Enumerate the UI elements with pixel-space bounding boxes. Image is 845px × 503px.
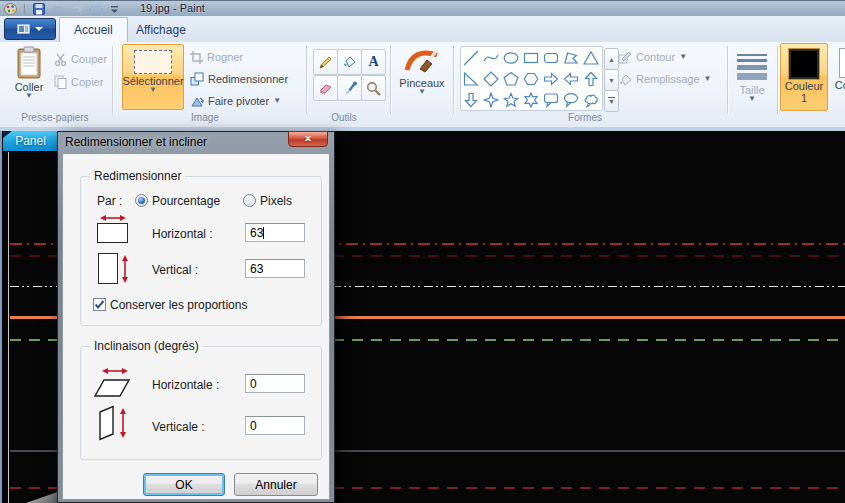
horizontal-skew-field[interactable]: 0: [245, 374, 305, 393]
text-caret: [263, 227, 264, 239]
horizontal-resize-field[interactable]: 63: [245, 223, 305, 242]
pencil-tool-button[interactable]: [313, 49, 338, 75]
eraser-icon: [318, 82, 333, 95]
panel-corner-triangle: [3, 131, 12, 138]
shapes-scroll-down-button[interactable]: ▼: [604, 69, 619, 91]
shape-star-6[interactable]: [521, 89, 541, 110]
shape-right-triangle[interactable]: [461, 68, 481, 89]
group-separator: [777, 46, 778, 114]
group-separator: [390, 46, 391, 114]
outline-pen-icon: [618, 51, 632, 64]
shape-ellipse[interactable]: [501, 47, 521, 68]
shape-diamond[interactable]: [481, 68, 501, 89]
chevron-down-icon: ▼: [149, 87, 157, 93]
shape-star-5[interactable]: [501, 89, 521, 110]
triangle-down-bar-icon: ▼: [608, 97, 615, 105]
group-separator: [453, 46, 454, 114]
copy-icon: [54, 75, 67, 89]
shapes-grid: [460, 46, 603, 111]
shape-arrow-left[interactable]: [561, 68, 581, 89]
chevron-down-icon: [35, 27, 43, 31]
undo-icon[interactable]: [50, 2, 65, 16]
fill-shape-button[interactable]: Remplissage ▼: [618, 70, 712, 88]
tab-affichage[interactable]: Affichage: [122, 17, 200, 42]
vertical-skew-label: Verticale :: [152, 420, 205, 434]
horizontal-skew-parallelogram-icon: [93, 376, 131, 398]
radio-pixels[interactable]: [243, 194, 256, 207]
text-tool-button[interactable]: A: [361, 49, 386, 75]
shapes-more-button[interactable]: ▼: [604, 90, 619, 112]
resize-label: Redimensionner: [208, 73, 288, 85]
shapes-scroll-up-button[interactable]: ▲: [604, 48, 619, 70]
by-label: Par :: [97, 194, 122, 208]
shape-curve[interactable]: [481, 47, 501, 68]
free-select-icon[interactable]: [88, 2, 103, 16]
shape-arrow-right[interactable]: [541, 68, 561, 89]
fill-bucket-icon: [342, 55, 357, 69]
shape-star-4[interactable]: [481, 89, 501, 110]
shape-callout-oval[interactable]: [561, 89, 581, 110]
select-button[interactable]: Sélectionner ▼: [122, 44, 184, 110]
ok-button[interactable]: OK: [143, 473, 225, 496]
shape-arrow-up[interactable]: [581, 68, 601, 89]
shape-callout-rounded[interactable]: [541, 89, 561, 110]
color2-button[interactable]: Couleur 2: [830, 43, 845, 111]
paint-window: 19.jpg - Paint Accueil Affichage Coller …: [0, 0, 845, 503]
rotate-button[interactable]: Faire pivoter ▼: [190, 92, 281, 110]
window-title: 19.jpg - Paint: [140, 2, 205, 14]
size-button[interactable]: Taille ▼: [730, 44, 774, 110]
cut-button[interactable]: Couper: [54, 50, 107, 68]
keep-proportions-checkbox[interactable]: [93, 298, 106, 311]
eraser-tool-button[interactable]: [313, 75, 338, 101]
color1-swatch: [789, 49, 819, 79]
chevron-down-icon: ▼: [418, 89, 426, 95]
cancel-button[interactable]: Annuler: [234, 473, 318, 496]
color-picker-tool-button[interactable]: [337, 75, 362, 101]
color1-button[interactable]: Couleur 1: [780, 43, 828, 111]
vertical-resize-field[interactable]: 63: [245, 259, 305, 278]
group-separator: [306, 46, 307, 114]
color1-index: 1: [801, 92, 807, 104]
check-icon: [94, 299, 105, 310]
vertical-skew-arrow-icon: [119, 407, 127, 439]
close-icon: ✕: [304, 134, 312, 144]
outline-label: Contour: [636, 51, 675, 63]
keep-proportions-label[interactable]: Conserver les proportions: [110, 298, 247, 312]
shape-rectangle[interactable]: [521, 47, 541, 68]
shape-line[interactable]: [461, 47, 481, 68]
file-menu-button[interactable]: [4, 18, 56, 40]
radio-percentage-label[interactable]: Pourcentage: [152, 194, 220, 208]
brushes-button[interactable]: Pinceaux ▼: [394, 44, 450, 110]
tab-accueil[interactable]: Accueil: [59, 17, 128, 42]
chevron-down-icon: ▼: [679, 54, 687, 60]
resize-icon: [190, 72, 204, 86]
copy-button[interactable]: Copier: [54, 73, 103, 91]
dialog-close-button[interactable]: ✕: [288, 131, 328, 147]
shape-triangle[interactable]: [581, 47, 601, 68]
save-icon[interactable]: [31, 2, 46, 16]
shape-hexagon[interactable]: [521, 68, 541, 89]
pencil-icon: [318, 55, 333, 70]
shape-callout-cloud[interactable]: [581, 89, 601, 110]
shape-pentagon[interactable]: [501, 68, 521, 89]
text-a-icon: A: [368, 54, 378, 70]
radio-percentage[interactable]: [135, 194, 148, 207]
outline-button[interactable]: Contour ▼: [618, 48, 687, 66]
clipboard-icon: [15, 46, 43, 80]
resize-button[interactable]: Redimensionner: [190, 70, 288, 88]
chevron-down-icon: ▼: [25, 93, 33, 99]
paste-button[interactable]: Coller ▼: [6, 44, 52, 110]
radio-pixels-label[interactable]: Pixels: [260, 194, 292, 208]
shape-arrow-down[interactable]: [461, 89, 481, 110]
vertical-skew-field[interactable]: 0: [245, 416, 305, 435]
qat-customize-icon[interactable]: [107, 2, 122, 16]
paint-logo-icon[interactable]: [3, 2, 18, 16]
redo-icon[interactable]: [69, 2, 84, 16]
shape-polygon[interactable]: [561, 47, 581, 68]
magnifier-tool-button[interactable]: [361, 75, 386, 101]
eyedropper-icon: [343, 81, 357, 95]
crop-button[interactable]: Rogner: [190, 48, 243, 66]
shape-rounded-rectangle[interactable]: [541, 47, 561, 68]
fill-tool-button[interactable]: [337, 49, 362, 75]
file-menu-icon: [17, 24, 30, 34]
